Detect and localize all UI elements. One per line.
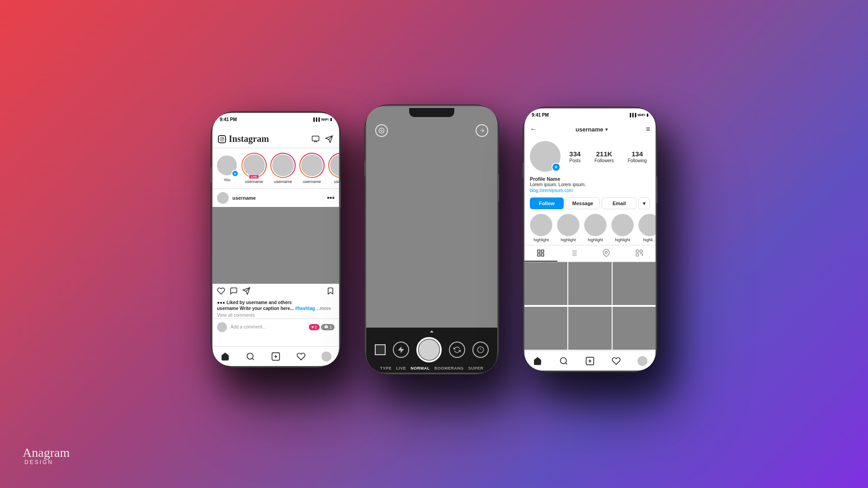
like-icon[interactable]	[217, 287, 225, 297]
profile-username-text: username	[576, 126, 603, 133]
camera-settings-icon[interactable]	[375, 124, 388, 137]
email-button[interactable]: Email	[602, 197, 637, 209]
story-item-4[interactable]: usern...	[328, 153, 339, 184]
svg-point-2	[223, 138, 223, 138]
mode-super[interactable]: SUPER	[468, 366, 484, 371]
highlight-circle-4	[611, 214, 634, 236]
nav-search[interactable]	[242, 348, 259, 365]
story-avatar-3	[301, 155, 323, 176]
stat-posts[interactable]: 334 Posts	[569, 150, 580, 163]
story-item-live[interactable]: LIVE username	[241, 153, 267, 184]
save-icon[interactable]	[326, 287, 335, 297]
svg-rect-30	[636, 250, 638, 252]
story-label-4: usern...	[334, 179, 339, 184]
more-options-button[interactable]: ▾	[638, 197, 650, 209]
nav-add[interactable]	[268, 348, 284, 365]
nav-heart-p3[interactable]	[608, 353, 624, 369]
back-button[interactable]: ←	[530, 125, 537, 133]
message-button[interactable]: Message	[566, 197, 600, 209]
stories-row: + You LIVE username	[212, 148, 339, 189]
username-dropdown-icon[interactable]: ▾	[605, 127, 608, 132]
profile-header-bar: ← username ▾ ≡	[524, 121, 656, 137]
post-user[interactable]: username	[217, 192, 256, 204]
share-icon[interactable]	[242, 287, 250, 297]
tab-location[interactable]	[590, 245, 623, 262]
bottom-nav-phone3	[524, 351, 656, 371]
nav-add-p3[interactable]	[582, 353, 598, 369]
status-icons-phone1: ▐▐▐ WiFi ▮	[312, 117, 332, 122]
comment-placeholder[interactable]: Add a comment...	[231, 324, 305, 329]
nav-heart[interactable]	[293, 348, 309, 365]
story-add-button[interactable]: +	[231, 170, 239, 177]
nav-home[interactable]	[217, 348, 233, 365]
mode-boomerang[interactable]: BOOMERANG	[434, 366, 464, 371]
nav-home-p3[interactable]	[529, 353, 546, 369]
story-label-2: username	[274, 179, 292, 184]
camera-flash-btn[interactable]	[393, 342, 409, 358]
camera-modes: TYPE LIVE NORMAL BOOMERANG SUPER	[380, 366, 484, 371]
status-icons-phone3: ▐▐▐ WiFi ▮	[628, 113, 648, 117]
highlights-row: highlight highlight highlight highlight	[524, 211, 656, 245]
tab-grid[interactable]	[524, 245, 557, 262]
grid-item-2[interactable]	[568, 262, 611, 305]
comment-input-row: Add a comment... ♥ 2 💬 1	[212, 319, 339, 335]
post-header: username •••	[212, 189, 339, 207]
tv-icon[interactable]	[311, 135, 320, 144]
highlight-label-1: highlight	[533, 238, 549, 242]
comment-icon[interactable]	[230, 287, 238, 297]
watermark: Anagram Design	[23, 446, 70, 465]
mode-type[interactable]: TYPE	[380, 366, 392, 371]
wifi-icon-p3: WiFi	[637, 113, 645, 117]
comment-avatar	[217, 322, 227, 332]
grid-item-4[interactable]	[524, 307, 567, 350]
highlight-3[interactable]: highlight	[584, 214, 607, 242]
camera-bottom-bar: TYPE LIVE NORMAL BOOMERANG SUPER	[366, 328, 497, 373]
posts-count: 334	[569, 150, 580, 158]
nav-profile[interactable]	[318, 348, 335, 365]
status-bar-phone3: 9:41 PM ▐▐▐ WiFi ▮	[524, 108, 656, 121]
highlight-label-4: highlight	[615, 238, 630, 242]
highlight-1[interactable]: highlight	[530, 214, 552, 242]
mode-normal[interactable]: NORMAL	[410, 366, 430, 371]
svg-point-29	[605, 251, 608, 253]
highlight-4[interactable]: highlight	[611, 214, 634, 242]
grid-item-1[interactable]	[524, 262, 567, 305]
highlight-2[interactable]: highlight	[557, 214, 580, 242]
post-more-icon[interactable]: •••	[327, 194, 335, 202]
nav-search-p3[interactable]	[556, 353, 572, 369]
grid-item-3[interactable]	[613, 262, 656, 305]
camera-effects-btn[interactable]	[472, 342, 489, 358]
camera-arrow-icon[interactable]	[476, 124, 488, 137]
camera-flip-btn[interactable]	[449, 342, 465, 358]
follow-button[interactable]: Follow	[530, 197, 564, 209]
send-icon[interactable]	[325, 135, 334, 144]
story-label-you: You	[223, 178, 230, 182]
tab-tag[interactable]	[623, 245, 656, 262]
profile-link[interactable]: blog.loremipsum.com	[530, 188, 650, 193]
story-item-2[interactable]: username	[270, 153, 296, 184]
wifi-icon: WiFi	[321, 117, 329, 122]
heart-badge: ♥ 2	[309, 324, 320, 330]
tab-list[interactable]	[557, 245, 590, 262]
mode-live[interactable]: LIVE	[396, 366, 406, 371]
story-item-you[interactable]: + You	[216, 155, 238, 182]
caption-hashtag[interactable]: #hashtag	[295, 306, 315, 311]
nav-profile-p3[interactable]	[634, 353, 651, 369]
profile-username-bar: username ▾	[576, 126, 607, 133]
signal-icon-p3: ▐▐▐	[628, 113, 636, 117]
grid-item-5[interactable]	[568, 307, 611, 350]
profile-avatar-wrap: +	[530, 141, 561, 172]
camera-shutter-button[interactable]	[416, 337, 442, 362]
highlight-circle-1	[530, 214, 552, 236]
grid-item-6[interactable]	[613, 307, 656, 350]
highlight-5[interactable]: highli...	[638, 214, 656, 242]
profile-add-button[interactable]: +	[552, 163, 561, 172]
profile-menu-button[interactable]: ≡	[646, 125, 650, 133]
camera-square-btn[interactable]	[375, 344, 386, 355]
stat-following[interactable]: 134 Following	[627, 150, 646, 163]
stat-followers[interactable]: 211K Followers	[594, 150, 614, 163]
caption-more[interactable]: ...more	[316, 306, 331, 311]
view-comments-link[interactable]: View all comments	[212, 312, 339, 319]
story-item-3[interactable]: username	[299, 153, 325, 184]
profile-info: Profile Name Lorem ipsum. Lorem ipsum. b…	[524, 175, 656, 196]
